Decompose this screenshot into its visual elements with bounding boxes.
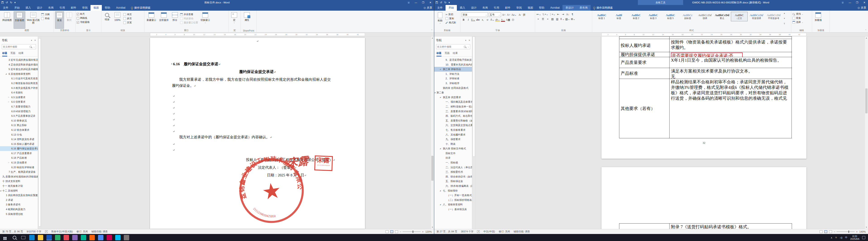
ribbon-tab[interactable]: 审阅 [514, 5, 525, 11]
app-icon[interactable] [89, 235, 95, 240]
undo-icon[interactable]: ↺ [6, 1, 8, 4]
zoom-level[interactable]: 120% [425, 230, 432, 233]
document-page-next[interactable]: 附录 7《送货打码贴码承诺书模板》格式。 [601, 167, 806, 229]
print-layout-view-icon[interactable] [390, 230, 393, 233]
nav-heading-item[interactable]: 3 服务承诺书 [0, 202, 38, 207]
table-cell-label[interactable]: 其他要求（若有） [619, 79, 670, 138]
justify-icon[interactable]: ▤ [551, 17, 554, 21]
horizontal-ruler[interactable]: 24681012141618202224262830323436384042 [434, 32, 868, 36]
draft-view-button[interactable]: 草稿 [41, 17, 50, 20]
app-icon[interactable] [115, 235, 121, 240]
nav-heading-item[interactable]: 6.3 相关业绩及客户评价 [0, 86, 38, 90]
table-cell-value[interactable]: 附录 7《送货打码贴码承诺书模板》格式。 [670, 223, 792, 229]
view-side-by-side-button[interactable]: 并排查看 [180, 13, 198, 16]
contextual-tab[interactable]: 表设计 [562, 5, 577, 11]
app-icon[interactable] [98, 235, 103, 240]
nav-heading-item[interactable]: 7 生产、检测及研发设备 [0, 169, 38, 175]
style-chip[interactable]: AaBbCcDd 要点 [714, 12, 731, 21]
nav-heading-item[interactable]: 3、评标程序 [434, 81, 472, 86]
ribbon-tab[interactable]: 引用 [57, 5, 68, 11]
nav-tab[interactable]: 结果 [19, 51, 24, 56]
language-indicator[interactable]: 简体中文(中国大陆) [51, 230, 73, 233]
outline-view-button[interactable]: 大纲 [41, 13, 50, 16]
nav-heading-item[interactable]: ◢ 第三章 评标办法 [434, 67, 472, 72]
vertical-scroll-button[interactable]: 垂直 [55, 11, 64, 29]
table-row[interactable]: 产品质量要求 X年1月1日至今，由国家认可的检验机构出具的检验报告。 [619, 57, 792, 68]
nav-heading-item[interactable]: 6.20 响应性评审标准 [0, 165, 38, 170]
style-chip[interactable]: AaBbCc 副标题 [679, 12, 696, 21]
nav-heading-item[interactable]: 九、保密要求 [434, 137, 472, 142]
change-case-icon[interactable]: Aa⌄ [512, 13, 517, 17]
scroll-down-icon[interactable]: ▼ [865, 226, 868, 229]
volume-icon[interactable]: ◁) [840, 236, 842, 239]
zoom-slider[interactable]: −+ [834, 230, 858, 233]
underline-icon[interactable]: U⌄ [471, 18, 475, 22]
ribbon-tab[interactable]: 插入 [23, 5, 34, 11]
nav-heading-item[interactable]: 6.9 产品质量事故记录 [0, 114, 38, 118]
nav-tab[interactable]: 页面 [445, 51, 450, 56]
print-layout-button[interactable]: 页面视图 [13, 11, 25, 29]
title-bar[interactable]: ↺ ↻ ▾ 投标文件.docx - Word ⌸ — ❐ ✕ [0, 0, 434, 5]
expand-collapse-icon[interactable]: ◢ [0, 188, 1, 193]
scroll-up-icon[interactable]: ▲ [431, 36, 434, 40]
save-icon[interactable] [436, 1, 438, 4]
vertical-scrollbar[interactable]: ▲ ▼ [431, 36, 434, 229]
gallery-up-icon[interactable]: ▲ [784, 12, 785, 14]
table-cell-label[interactable]: 产品标准 [619, 68, 670, 79]
expand-collapse-icon[interactable]: ▷ [8, 100, 9, 104]
nav-search-input[interactable] [437, 45, 464, 48]
nav-heading-item[interactable]: ▷ 6.19 其他要求 [0, 160, 38, 165]
ribbon-tab[interactable]: Acrobat [113, 5, 128, 11]
paste-button[interactable]: 粘贴⌄ [435, 11, 445, 29]
accessibility-indicator[interactable]: 辅助功能: 调查 [91, 230, 108, 233]
nav-heading-item[interactable]: 四、贴码方式、标志和包装要求 [434, 114, 472, 118]
clear-formatting-icon[interactable]: A̷ [518, 13, 521, 17]
redo-icon[interactable]: ↻ [10, 1, 12, 4]
highlight-color-icon[interactable]: ab⌄ [495, 18, 500, 22]
ribbon-tab[interactable]: 文件 [0, 5, 11, 11]
nav-tab[interactable]: 结果 [453, 51, 458, 56]
navigation-pane-checkbox[interactable]: ✓导航窗格 [77, 21, 90, 24]
document-page[interactable]: 投标人履约承诺 按附件《物资装备相关承诺模板》格式六提供承诺，承诺按要求履约。 … [601, 36, 806, 159]
nav-heading-item[interactable]: 第四章 合同条款及格式 [434, 86, 472, 90]
app-icon[interactable] [55, 235, 60, 240]
nav-heading-item[interactable]: 六、技术/标准偏离表（如有） [434, 184, 472, 188]
table-row[interactable] [619, 37, 792, 39]
nav-heading-item[interactable]: 5 采购管理过程 [0, 212, 38, 216]
bullets-icon[interactable]: ≔⌄ [536, 12, 541, 16]
scrollbar-thumb[interactable] [431, 156, 434, 181]
ribbon-display-options-icon[interactable]: ⌸ [839, 0, 846, 5]
enclose-characters-icon[interactable]: ㊅ [511, 18, 515, 22]
table-row[interactable]: 履约担保提供承诺 是否需要提交履约保证金承诺:否 [619, 52, 792, 57]
nav-heading-item[interactable]: ▷ 6.6 信誉要求 [0, 100, 38, 104]
nav-heading-item[interactable]: ◢ 第六章 投标文件格式 [434, 146, 472, 151]
style-chip[interactable]: AaBbC ↓正文 [731, 12, 748, 21]
table-cell-value[interactable]: 是否需要提交履约保证金承诺:否 [670, 52, 792, 57]
borders-icon[interactable]: ⊞⌄ [571, 17, 575, 21]
addin-button[interactable]: 加载项 [813, 11, 823, 29]
align-center-icon[interactable]: ☰ [541, 17, 545, 21]
scroll-down-icon[interactable]: ▼ [431, 226, 434, 229]
search-dropdown-icon[interactable]: ⌄ [467, 46, 469, 48]
font-color-icon[interactable]: A⌄ [501, 18, 505, 22]
read-mode-view-icon[interactable] [819, 230, 823, 233]
table-cell-value[interactable]: 满足本方案相关技术要求及执行协议文本。 无 [670, 68, 792, 79]
document-page[interactable]: ↵ ▪ 6.16 履约保证金提交承诺↵ 履约保证金提交承诺↵ 我方郑重承诺，若我… [150, 38, 365, 229]
nav-tab[interactable]: 标题 [436, 51, 441, 56]
task-view-icon[interactable] [21, 236, 25, 239]
nav-heading-item[interactable]: ◢ 八、资格审查资料 [434, 202, 472, 207]
font-family-combo[interactable]: 宋体⌄ [462, 12, 488, 17]
table-cell-value[interactable] [670, 37, 792, 39]
nav-dropdown-icon[interactable]: ▾ [465, 39, 466, 42]
ribbon-tab[interactable]: 视图 [91, 5, 102, 11]
nav-heading-item[interactable]: 6.4 有效性 [0, 90, 38, 95]
app-icon[interactable] [46, 235, 52, 240]
nav-heading-item[interactable]: 一、投标函 [434, 160, 472, 165]
style-chip[interactable]: AaBbC 标题 5 [662, 12, 679, 21]
expand-collapse-icon[interactable]: ◢ [440, 67, 441, 72]
zoom-button[interactable]: 缩放 [102, 11, 112, 29]
zoom-level[interactable]: 140% [859, 230, 866, 233]
nav-heading-item[interactable]: 6.10 财务状况 [0, 118, 38, 123]
accessibility-indicator[interactable]: 辅助功能: 调查 [514, 230, 530, 233]
ribbon-tab[interactable]: 插入 [457, 5, 468, 11]
